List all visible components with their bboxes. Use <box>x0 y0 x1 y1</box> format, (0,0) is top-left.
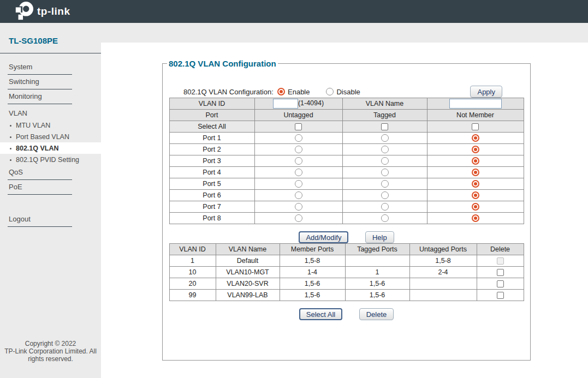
port-tagged-cell <box>342 178 427 190</box>
vlan-untagged-cell: 1,5-8 <box>409 255 477 267</box>
panel-title: 802.1Q VLAN Configuration <box>167 59 278 68</box>
sidebar-item-port-based-vlan[interactable]: Port Based VLAN <box>0 131 101 142</box>
tp-link-logo-icon <box>13 2 34 21</box>
port-1-tagged-radio[interactable] <box>381 134 389 142</box>
select-all-not-member-checkbox[interactable] <box>472 123 479 130</box>
enable-radio-label: Enable <box>288 88 310 96</box>
port-7-tagged-radio[interactable] <box>381 203 389 211</box>
port-4-not-member-radio[interactable] <box>472 169 479 176</box>
vlan-id-input[interactable] <box>273 99 298 109</box>
port-8-tagged-radio[interactable] <box>381 214 389 222</box>
sidebar-item-802-1q-pvid-setting[interactable]: 802.1Q PVID Setting <box>0 154 101 165</box>
select-all-untagged-checkbox[interactable] <box>295 123 302 130</box>
tp-link-logo: tp-link <box>13 2 70 21</box>
enable-option[interactable]: Enable <box>277 88 310 96</box>
sidebar: TL-SG108PE SystemSwitchingMonitoringVLAN… <box>0 23 101 378</box>
col-header-tagged: Tagged <box>342 110 427 121</box>
vlan-id-input-cell: (1-4094) <box>254 98 342 110</box>
port-5-untagged-radio[interactable] <box>295 180 302 188</box>
delete-vlan-99-checkbox[interactable] <box>497 292 504 299</box>
vlan-name-input[interactable] <box>449 99 502 109</box>
port-1-not-member-radio[interactable] <box>472 134 479 142</box>
port-not-member-cell <box>427 190 524 201</box>
port-untagged-cell <box>254 190 342 201</box>
sidebar-section-vlan: VLAN <box>0 104 101 119</box>
apply-button[interactable]: Apply <box>470 86 502 98</box>
sidebar-item-label: 802.1Q VLAN <box>16 145 59 152</box>
sidebar-item-logout[interactable]: Logout <box>0 212 101 224</box>
port-7-untagged-radio[interactable] <box>295 203 302 211</box>
port-tagged-cell <box>342 133 427 144</box>
copyright-line-1: Copyright © 2022 <box>0 340 101 347</box>
port-label-cell: Port 8 <box>169 213 254 224</box>
help-button[interactable]: Help <box>365 231 394 243</box>
port-4-untagged-radio[interactable] <box>295 169 302 176</box>
port-7-not-member-radio[interactable] <box>472 203 479 211</box>
port-2-not-member-radio[interactable] <box>472 146 479 153</box>
port-8-not-member-radio[interactable] <box>472 214 479 222</box>
port-8-untagged-radio[interactable] <box>295 214 302 222</box>
vlan-list-header-tagged: Tagged Ports <box>345 244 409 255</box>
port-5-not-member-radio[interactable] <box>472 180 479 188</box>
enable-radio[interactable] <box>277 88 285 95</box>
disable-option[interactable]: Disable <box>326 88 360 96</box>
vlan-untagged-cell <box>409 278 477 290</box>
bullet-icon <box>10 125 11 127</box>
sidebar-item-poe[interactable]: PoE <box>0 180 101 191</box>
port-5-tagged-radio[interactable] <box>381 180 389 188</box>
select-all-button[interactable]: Select All <box>299 308 342 320</box>
vlan-row: 99VLAN99-LAB1,5-61,5-6 <box>169 290 524 301</box>
port-tagged-cell <box>342 213 427 224</box>
bullet-icon <box>10 159 11 161</box>
vlan-row: 20VLAN20-SVR1,5-61,5-6 <box>169 278 524 290</box>
port-6-not-member-radio[interactable] <box>472 191 479 199</box>
port-row: Port 3 <box>169 155 524 167</box>
vlan-id-label-cell: VLAN ID <box>169 98 254 110</box>
port-label-cell: Port 5 <box>169 178 254 190</box>
sidebar-item-mtu-vlan[interactable]: MTU VLAN <box>0 119 101 131</box>
port-row: Port 4 <box>169 167 524 178</box>
top-header-bar: tp-link <box>0 0 588 23</box>
sidebar-item-switching[interactable]: Switching <box>0 75 101 86</box>
sidebar-item-802-1q-vlan[interactable]: 802.1Q VLAN <box>0 142 101 154</box>
select-all-tagged-checkbox[interactable] <box>381 123 388 130</box>
port-6-tagged-radio[interactable] <box>381 191 389 199</box>
copyright-line-2: TP-Link Corporation Limited. All <box>0 347 101 355</box>
sidebar-item-system[interactable]: System <box>0 60 101 71</box>
port-6-untagged-radio[interactable] <box>295 191 302 199</box>
vlan-list-header-name: VLAN Name <box>216 244 280 255</box>
port-label-cell: Port 4 <box>169 167 254 178</box>
bullet-icon <box>10 136 11 138</box>
disable-radio-label: Disable <box>336 88 360 96</box>
enable-row: 802.1Q VLAN Configuration: Enable Disabl… <box>183 86 502 98</box>
delete-button[interactable]: Delete <box>359 308 394 320</box>
port-4-tagged-radio[interactable] <box>381 169 389 176</box>
delete-vlan-20-checkbox[interactable] <box>497 280 504 287</box>
port-3-tagged-radio[interactable] <box>381 157 389 165</box>
vlan-config-panel: 802.1Q VLAN Configuration 802.1Q VLAN Co… <box>162 59 531 361</box>
port-tagged-cell <box>342 201 427 213</box>
vlan-delete-cell <box>477 255 524 267</box>
port-row: Port 5 <box>169 178 524 190</box>
sidebar-item-monitoring[interactable]: Monitoring <box>0 89 101 101</box>
vlan-name-cell: Default <box>216 255 280 267</box>
delete-vlan-10-checkbox[interactable] <box>497 269 504 276</box>
port-1-untagged-radio[interactable] <box>295 134 302 142</box>
vlan-vlan-id-cell: 99 <box>169 290 216 301</box>
add-modify-button[interactable]: Add/Modify <box>299 231 348 243</box>
vlan-vlan-id-cell: 20 <box>169 278 216 290</box>
port-not-member-cell <box>427 213 524 224</box>
vlan-name-cell: VLAN10-MGT <box>216 267 280 278</box>
sidebar-nav: SystemSwitchingMonitoringVLANMTU VLANPor… <box>0 60 101 227</box>
disable-radio[interactable] <box>326 88 334 95</box>
port-2-tagged-radio[interactable] <box>381 146 389 153</box>
nav-divider <box>8 194 72 195</box>
port-3-not-member-radio[interactable] <box>472 157 479 165</box>
bullet-icon <box>10 148 11 149</box>
vlan-list-header-member: Member Ports <box>280 244 345 255</box>
vlan-row: 10VLAN10-MGT1-412-4 <box>169 267 524 278</box>
port-2-untagged-radio[interactable] <box>295 146 302 153</box>
port-3-untagged-radio[interactable] <box>295 157 302 165</box>
title-divider <box>0 53 101 53</box>
sidebar-item-qos[interactable]: QoS <box>0 165 101 177</box>
